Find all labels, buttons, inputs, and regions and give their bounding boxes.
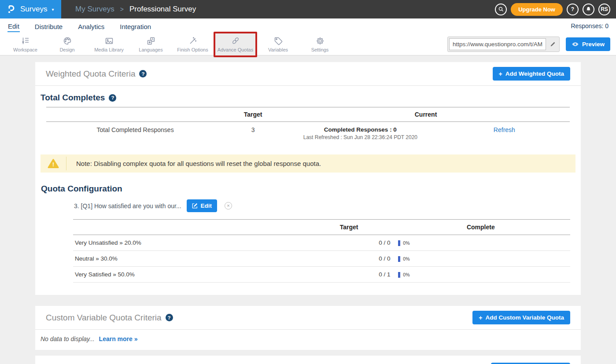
weighted-quota-card: Weighted Quota Criteria ? + Add Weighted… — [35, 62, 581, 295]
tab-edit[interactable]: Edit — [7, 20, 20, 32]
quota-configuration-section: Quota Configuration 3. [Q1] How satisfie… — [35, 173, 581, 295]
toolbar-item-advance-quotas[interactable]: Advance Quotas — [214, 32, 257, 57]
note-text: Note: Disabling complex quota for all qu… — [66, 154, 321, 173]
main-nav: Edit Distribute Analytics Integration Re… — [0, 18, 616, 33]
column-complete: Complete — [391, 220, 570, 235]
survey-url-box — [447, 37, 560, 52]
questionpro-logo-icon — [7, 4, 16, 14]
progress-bar — [398, 272, 400, 278]
column-target: Target — [307, 220, 391, 235]
toolbar-item-design[interactable]: Design — [46, 33, 88, 55]
product-menu[interactable]: Surveys ▾ — [0, 0, 61, 18]
weighted-quota-header: Weighted Quota Criteria ? + Add Weighted… — [35, 62, 581, 85]
plus-icon: + — [499, 71, 502, 77]
breadcrumb-parent[interactable]: My Surveys — [75, 5, 114, 14]
advance-quotas-icon — [231, 36, 240, 46]
breadcrumb: My Surveys > Professional Survey — [75, 0, 196, 18]
toolbar-right: Preview — [447, 37, 616, 52]
avatar[interactable]: RS — [598, 4, 610, 15]
toolbar-item-settings[interactable]: Settings — [299, 33, 341, 55]
quota-table: Target Complete Very Unsatisfied » 20.0%… — [73, 219, 570, 283]
finish-options-icon — [188, 36, 198, 46]
breadcrumb-current: Professional Survey — [129, 5, 196, 14]
total-completed-label: Total Completed Responses — [46, 122, 224, 145]
answer-option-label: Neutral » 30.0% — [73, 251, 307, 267]
languages-icon: A — [146, 36, 156, 46]
tab-analytics[interactable]: Analytics — [77, 21, 105, 32]
settings-icon — [315, 36, 325, 46]
edit-url-pencil-icon[interactable] — [550, 41, 556, 48]
question-row: 3. [Q1] How satisfied are you with our..… — [74, 199, 575, 212]
pencil-square-icon — [192, 203, 198, 209]
toolbar-item-label: Media Library — [94, 47, 124, 52]
media-library-icon — [104, 36, 114, 46]
warning-icon: ! — [41, 154, 66, 173]
toolbar-item-workspace[interactable]: Workspace — [4, 33, 46, 55]
workspace-icon — [21, 36, 30, 46]
help-circle-icon[interactable]: ? — [139, 70, 147, 77]
toolbar-item-label: Settings — [311, 47, 329, 52]
progress-bar — [398, 256, 400, 262]
remove-quota-icon[interactable]: × — [225, 202, 232, 210]
custom-variable-quota-card: Custom Variable Quota Criteria ? + Add C… — [35, 306, 581, 350]
total-completes-table: Target Current Total Completed Responses… — [46, 107, 570, 145]
survey-url-input[interactable] — [449, 38, 546, 50]
refresh-link[interactable]: Refresh — [494, 126, 515, 133]
responses-count: Responses: 0 — [571, 22, 609, 29]
weighted-quota-title: Weighted Quota Criteria — [46, 69, 135, 79]
toolbar-item-label: Languages — [139, 47, 162, 52]
column-target: Target — [224, 107, 282, 122]
last-refreshed-timestamp: Last Refreshed : Sun Jun 28 22:36:24 PDT… — [284, 134, 437, 140]
breadcrumb-separator: > — [120, 6, 124, 13]
toolbar-item-label: Design — [59, 47, 74, 52]
variables-icon — [273, 36, 283, 46]
toolbar-item-label: Advance Quotas — [218, 47, 253, 52]
upgrade-now-button[interactable]: Upgrade Now — [511, 3, 563, 16]
toolbar-item-media-library[interactable]: Media Library — [88, 33, 130, 55]
total-completes-section: Total Completes ? Target Current Total C… — [35, 86, 581, 173]
bell-icon — [586, 6, 591, 12]
edit-question-button[interactable]: Edit — [187, 199, 218, 212]
progress-percent: 0% — [403, 256, 409, 261]
plus-icon: + — [479, 315, 482, 321]
empty-state: No data to display... Learn more » — [35, 330, 581, 350]
quota-configuration-title: Quota Configuration — [41, 184, 122, 194]
page-content: Weighted Quota Criteria ? + Add Weighted… — [0, 55, 616, 364]
help-circle-icon[interactable]: ? — [166, 314, 173, 321]
progress-bar — [398, 240, 400, 246]
help-button[interactable]: ? — [567, 4, 579, 15]
search-icon — [498, 6, 504, 12]
svg-text:!: ! — [52, 162, 54, 168]
preview-button[interactable]: Preview — [566, 37, 610, 51]
note-banner: ! Note: Disabling complex quota for all … — [41, 154, 575, 173]
quota-target-value: 0 / 0 — [307, 235, 391, 251]
table-row: Very Satisfied » 50.0% 0 / 1 0% — [73, 267, 570, 283]
progress-percent: 0% — [403, 272, 409, 277]
add-custom-variable-quota-button[interactable]: + Add Custom Variable Quota — [472, 311, 570, 324]
toolbar-item-finish-options[interactable]: Finish Options — [172, 33, 214, 55]
toolbar-item-variables[interactable]: Variables — [257, 33, 299, 55]
custom-variable-quota-header: Custom Variable Quota Criteria ? + Add C… — [35, 306, 581, 329]
chevron-down-icon: ▾ — [52, 7, 54, 12]
add-weighted-quota-button[interactable]: + Add Weighted Quota — [493, 67, 570, 81]
product-menu-label: Surveys — [20, 5, 47, 14]
tab-distribute[interactable]: Distribute — [34, 21, 63, 32]
tab-integration[interactable]: Integration — [119, 21, 151, 32]
topbar: Surveys ▾ My Surveys > Professional Surv… — [0, 0, 616, 18]
table-row: Total Completed Responses 3 Completed Re… — [46, 122, 570, 145]
total-completes-title: Total Completes — [41, 93, 105, 103]
question-label: 3. [Q1] How satisfied are you with our..… — [74, 202, 181, 210]
eye-icon — [572, 41, 579, 47]
help-circle-icon[interactable]: ? — [109, 94, 116, 102]
toolbar-item-label: Variables — [268, 47, 288, 52]
edit-toolbar: Workspace Design Media Library A — [0, 33, 616, 55]
learn-more-link[interactable]: Learn more » — [99, 335, 138, 342]
toolbar-item-languages[interactable]: A Languages — [130, 33, 172, 55]
notifications-button[interactable] — [583, 4, 594, 15]
table-row: Neutral » 30.0% 0 / 0 0% — [73, 251, 570, 267]
search-button[interactable] — [495, 4, 507, 15]
topbar-actions: Upgrade Now ? RS — [495, 0, 616, 18]
quota-target-value: 0 / 1 — [307, 267, 391, 283]
preview-label: Preview — [582, 41, 605, 48]
answer-option-label: Very Unsatisfied » 20.0% — [73, 235, 307, 251]
